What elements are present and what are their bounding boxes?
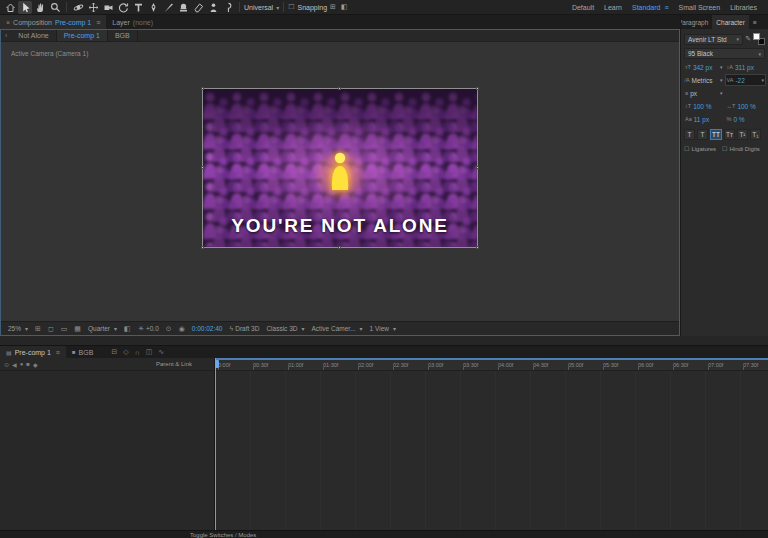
font-style-select[interactable]: 95 Black▾ — [684, 48, 765, 59]
hand-tool-icon[interactable] — [33, 1, 47, 14]
selection-handle[interactable] — [338, 87, 341, 90]
tab-character[interactable]: Character — [712, 15, 749, 29]
panel-menu-icon[interactable]: ≡ — [749, 15, 761, 29]
safe-guides-icon[interactable]: ⊞ — [35, 325, 41, 333]
fill-color-swatch[interactable] — [753, 33, 760, 40]
small-caps-button[interactable]: Tт — [724, 129, 735, 140]
draft-3d-icon[interactable]: ◇ — [123, 348, 128, 356]
timeline-tracks-area[interactable]: 0:00f00:30f01:00f01:30f02:00f02:30f03:00… — [215, 358, 768, 530]
timeline-tab-bgb[interactable]: ■BGB — [66, 346, 99, 358]
workspace-small-screen[interactable]: Small Screen — [679, 4, 721, 11]
camera-mode-select[interactable]: Universal — [244, 4, 273, 11]
composition-canvas[interactable]: Active Camera (Camera 1) — [1, 42, 679, 321]
tsume-field[interactable]: %0 % — [726, 114, 766, 124]
font-family-select[interactable]: Avenir LT Std▾ — [684, 34, 743, 45]
transparency-grid-icon[interactable]: ▦ — [74, 325, 81, 333]
renderer-button[interactable]: ϟDraft 3D — [230, 325, 260, 332]
camera-select[interactable]: Active Camer...▾ — [312, 325, 363, 332]
snap-options-icon[interactable]: ⊞ — [330, 3, 336, 11]
kerning-icon: ⁄A — [685, 77, 690, 83]
leading-field[interactable]: ↕A311 px — [726, 62, 766, 72]
vertical-scale-field[interactable]: ↕T100 % — [684, 101, 724, 111]
kerning-field[interactable]: ⁄AMetrics▾ — [684, 75, 724, 85]
eyedropper-icon[interactable]: ✎ — [745, 35, 751, 43]
ligatures-checkbox[interactable]: ☐Ligatures — [684, 145, 716, 152]
viewer-tab-not-alone[interactable]: Not Alone — [11, 30, 56, 41]
hindi-digits-checkbox[interactable]: ☐Hindi Digits — [722, 145, 760, 152]
snapping-label[interactable]: Snapping — [297, 4, 327, 11]
selection-handle[interactable] — [201, 87, 204, 90]
brush-tool-icon[interactable] — [161, 1, 175, 14]
tab-layer[interactable]: Layer (none) — [106, 15, 159, 29]
eraser-tool-icon[interactable] — [191, 1, 205, 14]
close-icon[interactable]: × — [6, 19, 10, 26]
magnification-select[interactable]: 25%▾ — [8, 325, 28, 332]
subscript-button[interactable]: T₁ — [750, 129, 761, 140]
puppet-pin-tool-icon[interactable] — [221, 1, 235, 14]
workspace-libraries[interactable]: Libraries — [730, 4, 757, 11]
snap-features-icon[interactable]: ◧ — [341, 3, 348, 11]
selection-handle[interactable] — [338, 246, 341, 249]
fill-stroke-swatches[interactable] — [753, 33, 765, 45]
timeline-tab-pre-comp-1[interactable]: ▤Pre-comp 1≡ — [0, 346, 66, 358]
all-caps-button[interactable]: TT — [710, 129, 722, 140]
region-of-interest-icon[interactable]: ▭ — [61, 325, 68, 333]
faux-italic-button[interactable]: T — [697, 129, 708, 140]
tab-composition[interactable]: × Composition Pre-comp 1 ≡ — [0, 15, 106, 29]
selection-handle[interactable] — [476, 166, 479, 169]
panel-menu-icon[interactable]: ≡ — [56, 349, 60, 356]
parent-link-header[interactable]: Parent & Link — [142, 361, 206, 367]
tracking-field[interactable]: VA-22▾ — [726, 75, 766, 85]
tab-paragraph[interactable]: Paragraph — [681, 15, 712, 29]
audio-column-icon: ◀ — [12, 361, 17, 368]
workspace-learn[interactable]: Learn — [604, 4, 622, 11]
zoom-tool-icon[interactable] — [48, 1, 62, 14]
view-layout-select[interactable]: 1 View▾ — [370, 325, 396, 332]
pan-camera-tool-icon[interactable] — [86, 1, 100, 14]
dolly-camera-tool-icon[interactable] — [101, 1, 115, 14]
stroke-width-field[interactable]: ≡px▾ — [684, 88, 724, 98]
frame-blending-icon[interactable]: ◫ — [146, 348, 153, 356]
graph-editor-icon[interactable]: ∿ — [158, 348, 164, 356]
selection-tool-icon[interactable] — [18, 1, 32, 14]
pen-tool-icon[interactable] — [146, 1, 160, 14]
viewer-tab-pre-comp-1[interactable]: Pre-comp 1 — [57, 30, 108, 41]
viewer-tab-bgb[interactable]: BGB — [108, 30, 138, 41]
workspace-menu-icon[interactable]: ≡ — [664, 4, 668, 11]
horizontal-scale-field[interactable]: ↔T100 % — [726, 101, 766, 111]
rotate-tool-icon[interactable] — [116, 1, 130, 14]
pixel-aspect-icon[interactable]: ◧ — [124, 325, 131, 333]
roto-brush-tool-icon[interactable] — [206, 1, 220, 14]
mask-visibility-icon[interactable]: ◻ — [48, 325, 54, 333]
panel-menu-icon[interactable]: ≡ — [96, 19, 100, 26]
comp-mini-flowchart-icon[interactable]: ⊟ — [111, 348, 117, 356]
time-navigator-bar[interactable] — [215, 358, 768, 360]
timeline-ruler[interactable]: 0:00f00:30f01:00f01:30f02:00f02:30f03:00… — [215, 358, 768, 371]
baseline-shift-field[interactable]: Aa11 px — [684, 114, 724, 124]
text-tool-icon[interactable] — [131, 1, 145, 14]
preview-timecode[interactable]: 0:00:02:40 — [192, 325, 223, 332]
snapshot-icon[interactable]: ⊙ — [166, 325, 172, 333]
comp-icon: ▤ — [6, 349, 12, 356]
faux-bold-button[interactable]: T — [684, 129, 695, 140]
orbit-camera-tool-icon[interactable] — [71, 1, 85, 14]
superscript-button[interactable]: T¹ — [737, 129, 748, 140]
selection-handle[interactable] — [201, 166, 204, 169]
toggle-switches-modes-button[interactable]: Toggle Switches / Modes — [190, 532, 256, 538]
snapping-checkbox[interactable]: ☐ — [288, 3, 294, 11]
renderer-select[interactable]: Classic 3D▾ — [266, 325, 304, 332]
clone-stamp-tool-icon[interactable] — [176, 1, 190, 14]
composition-image[interactable]: YOU'RE NOT ALONE — [202, 88, 478, 248]
home-icon[interactable] — [3, 1, 17, 14]
chevron-left-icon[interactable]: ‹ — [1, 30, 11, 41]
selection-handle[interactable] — [476, 246, 479, 249]
show-snapshot-icon[interactable]: ◉ — [179, 325, 185, 333]
resolution-select[interactable]: Quarter▾ — [88, 325, 117, 332]
hide-shy-icon[interactable]: ∩ — [135, 349, 140, 356]
selection-handle[interactable] — [476, 87, 479, 90]
workspace-standard[interactable]: Standard — [632, 4, 660, 11]
workspace-default[interactable]: Default — [572, 4, 594, 11]
font-size-field[interactable]: тT342 px▾ — [684, 62, 724, 72]
selection-handle[interactable] — [201, 246, 204, 249]
exposure-control[interactable]: ☀+0.0 — [138, 325, 159, 333]
